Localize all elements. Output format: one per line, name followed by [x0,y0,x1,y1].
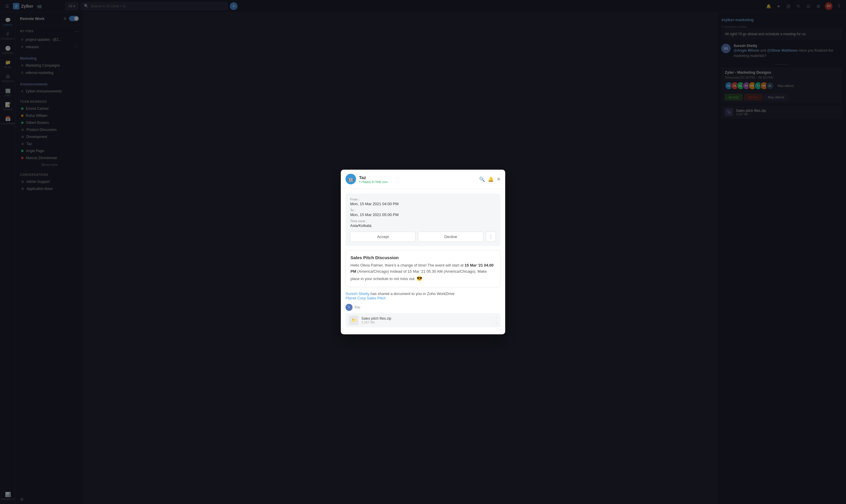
file-attach-row: 📁 Sales pitch files.zip 3.267 Mb ↑ ↓ [345,313,501,327]
share-user-name: Suresh Shetty [345,291,370,296]
modal-header: 🤖 Taz Happy to help you 🔍 🔔 ✕ [341,170,505,189]
bot-status: Happy to help you [359,180,476,183]
modal-body: From : Mon, 15 Mar 2021 04:00 PM To : Mo… [341,189,505,334]
meeting-from-label: From : [350,198,496,201]
meeting-from-row: From : Mon, 15 Mar 2021 04:00 PM [350,198,496,206]
modal-bell-icon[interactable]: 🔔 [488,176,494,182]
file-attach-info: Sales pitch files.zip 3.267 Mb [361,317,391,324]
modal-decline-btn[interactable]: Decline [418,232,484,242]
pitch-text-prefix: Hello Olivia Palmer, there's a change of… [350,263,465,267]
you-row: Y You [345,304,501,311]
modal: 🤖 Taz Happy to help you 🔍 🔔 ✕ From : Mon… [341,170,505,334]
share-text: has shared a document to you in Zoho Wor… [370,291,455,296]
meeting-to-value: Mon, 15 Mar 2021 05:00 PM [350,213,496,217]
file-attach-icon: 📁 [349,316,358,325]
pitch-text: Hello Olivia Palmer, there's a change of… [350,263,496,282]
meeting-to-row: To : Mon, 15 Mar 2021 05:00 PM [350,209,496,217]
modal-title-group: Taz Happy to help you [359,175,476,183]
file-arrows: ↑ ↓ [495,316,497,325]
pitch-emoji: 😎 [416,276,422,281]
share-link[interactable]: Planet Corp Sales Pitch [345,296,501,300]
meeting-card: From : Mon, 15 Mar 2021 04:00 PM To : Mo… [345,194,501,246]
pitch-title: Sales Pitch Discussion [350,255,496,260]
modal-accept-btn[interactable]: Accept [350,232,416,242]
arrow-down-icon: ↓ [495,321,497,325]
bot-name: Taz [359,175,476,180]
modal-file-name: Sales pitch files.zip [361,317,391,321]
meeting-to-label: To : [350,209,496,212]
modal-file-size: 3.267 Mb [361,321,391,324]
modal-more-btn[interactable]: ⋮ [486,231,496,242]
meeting-timezone-row: Time zone : Asia/Kolkata [350,219,496,228]
arrow-up-icon: ↑ [495,316,497,320]
modal-header-icons: 🔍 🔔 ✕ [479,176,501,182]
meeting-actions: Accept Decline ⋮ [350,231,496,242]
meeting-timezone-label: Time zone : [350,219,496,223]
bot-avatar: 🤖 [345,174,356,184]
pitch-card: Sales Pitch Discussion Hello Olivia Palm… [345,250,501,287]
modal-search-icon[interactable]: 🔍 [479,176,485,182]
you-avatar: Y [345,304,353,311]
share-section: Suresh Shetty has shared a document to y… [345,291,501,300]
modal-overlay[interactable]: 🤖 Taz Happy to help you 🔍 🔔 ✕ From : Mon… [0,0,846,504]
you-label: You [354,305,360,309]
modal-close-icon[interactable]: ✕ [497,176,501,182]
meeting-from-value: Mon, 15 Mar 2021 04:00 PM [350,202,496,206]
meeting-timezone-value: Asia/Kolkata [350,223,496,228]
